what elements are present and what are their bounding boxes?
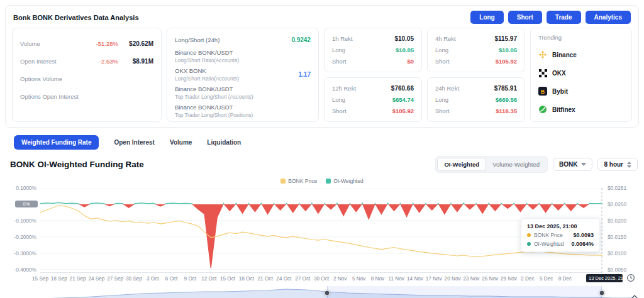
x-axis-label: 18 Oct: [239, 276, 254, 282]
rekt-short-value: $105.92: [496, 58, 517, 65]
tab-liquidation[interactable]: Liquidation: [207, 135, 241, 150]
y-axis-left-label: 0.1000%: [5, 185, 36, 191]
ratio-value: 1.17: [299, 71, 311, 78]
stat-row-options-volume: Options Volume: [20, 70, 153, 87]
y-axis-right-label: $0.0200: [604, 218, 639, 224]
short-button[interactable]: Short: [508, 11, 542, 24]
y-axis-right-label: $0.0050: [604, 267, 639, 273]
ratio-row: Binance BONK/USDT Top Trader Long/Short …: [175, 84, 311, 102]
long-button[interactable]: Long: [470, 11, 503, 24]
chevron-down-icon: [581, 163, 586, 166]
chevron-up-icon[interactable]: [631, 291, 638, 296]
chart-tooltip: 13 Dec 2025, 21:00 BONK Price $0.0093 OI…: [521, 218, 600, 252]
symbol-select-value: BONK: [559, 161, 577, 168]
trade-button[interactable]: Trade: [547, 11, 581, 24]
rekt-title: 24h Rekt: [435, 85, 459, 92]
navigator-selection[interactable]: [327, 286, 602, 298]
rekt-total: $760.66: [391, 85, 414, 92]
rekt-title: 12h Rekt: [332, 85, 356, 92]
x-axis-label: 26 Nov: [482, 276, 498, 282]
y-axis-left-label: -0.2000%: [5, 234, 36, 240]
tooltip-label: OI-Weighted: [534, 241, 564, 247]
page-title: Bonk BONK Derivatives Data Analysis: [13, 14, 139, 21]
chart-header: BONK OI-Weighted Funding Rate OI-Weighte…: [10, 156, 638, 173]
tab-volume[interactable]: Volume: [170, 135, 192, 150]
chart-plot[interactable]: [40, 188, 602, 273]
long-short-ratio-card: Long/Short (24h) 0.9242 Binance BONK/USD…: [167, 28, 319, 122]
stat-label: Options Open Interest: [20, 93, 79, 100]
rekt-short-label: Short: [332, 108, 347, 114]
x-axis-label: 8 Dec: [558, 276, 572, 282]
stat-label: Options Volume: [20, 75, 62, 82]
trending-item-bybit[interactable]: B Bybit: [538, 87, 624, 96]
rekt-long-label: Long: [435, 47, 448, 53]
y-axis-right-label: $0.0250: [604, 201, 639, 207]
symbol-select[interactable]: BONK: [553, 158, 592, 171]
legend-label: OI-Weighted: [333, 178, 364, 184]
stat-row-volume: Volume -51.28% $20.62M: [20, 35, 153, 52]
x-axis-label: 17 Nov: [426, 276, 442, 282]
legend-item-oi-weighted[interactable]: OI-Weighted: [326, 178, 364, 184]
legend-swatch-yellow: [280, 179, 286, 184]
axis-date-badge: 13 Dec 2025, 21:00: [586, 274, 623, 282]
y-axis-left-label: 0%: [15, 201, 38, 207]
price-dot-icon: [527, 233, 531, 237]
trending-item-bitfinex[interactable]: Bitfinex: [538, 105, 624, 114]
legend-swatch-teal: [326, 179, 331, 184]
ratio-row: Binance BONK/USDT Long/Short Ratio(Accou…: [175, 47, 311, 65]
binance-icon: [538, 50, 547, 59]
trending-item-binance[interactable]: Binance: [538, 50, 624, 59]
rekt-card-1h: 1h Rekt$10.05 Long$10.05 Short$0: [324, 28, 422, 72]
volume-weighted-option[interactable]: Volume-Weighted: [486, 158, 546, 171]
ratio-row: Binance BONK/USDT Top Trader Long/Short …: [175, 102, 311, 120]
y-axis-right-label: $0.0281: [604, 185, 639, 191]
tab-open-interest[interactable]: Open Interest: [114, 135, 154, 150]
stat-row-options-open-interest: Options Open Interest: [20, 87, 153, 105]
market-stats-card: Volume -51.28% $20.62M Open Interest -2.…: [12, 28, 162, 122]
trending-item-okx[interactable]: OKX: [538, 69, 624, 77]
rekt-long-value: $10.05: [396, 47, 414, 53]
y-axis-left-label: -0.4000%: [5, 267, 36, 273]
rekt-card-4h: 4h Rekt$115.97 Long$10.05 Short$105.92: [427, 28, 525, 72]
funding-rate-chart[interactable]: BONK Price OI-Weighted 13 Dec 2025, 21:0…: [5, 177, 639, 285]
stat-value: $8.91M: [118, 58, 153, 65]
y-axis-left-label: -0.3000%: [5, 250, 36, 257]
x-axis-label: 9 Oct: [184, 276, 197, 282]
tooltip-row-funding: OI-Weighted 0.0064%: [527, 241, 594, 247]
rekt-card-12h: 12h Rekt$760.66 Long$654.74 Short$105.92: [324, 77, 422, 122]
rekt-long-label: Long: [332, 47, 345, 53]
rekt-long-value: $669.56: [496, 96, 517, 103]
rekt-total: $785.91: [494, 85, 517, 92]
x-axis-label: 3 Oct: [147, 276, 159, 282]
history-icon[interactable]: [626, 273, 635, 282]
stat-change: -2.63%: [99, 58, 118, 65]
interval-select[interactable]: 8 hour: [597, 158, 638, 171]
legend-label: BONK Price: [288, 178, 317, 184]
navigator-handle-left[interactable]: [324, 290, 330, 296]
rekt-short-value: $0: [407, 58, 414, 65]
ratio-row: Long/Short (24h) 0.9242: [175, 33, 311, 47]
oi-weighted-option[interactable]: OI-Weighted: [437, 158, 486, 171]
stepper-icon: [627, 162, 631, 168]
x-axis-label: 24 Oct: [276, 276, 291, 282]
tab-weighted-funding-rate[interactable]: Weighted Funding Rate: [14, 135, 99, 150]
navigator-handle-right[interactable]: [599, 290, 605, 296]
stats-cards-row: Volume -51.28% $20.62M Open Interest -2.…: [6, 26, 638, 127]
rekt-cards-grid: 1h Rekt$10.05 Long$10.05 Short$0 4h Rekt…: [324, 28, 525, 122]
chart-navigator[interactable]: [40, 286, 634, 298]
interval-select-value: 8 hour: [604, 161, 623, 168]
analytics-button[interactable]: Analytics: [586, 11, 631, 24]
x-axis-label: 27 Oct: [295, 276, 310, 282]
rekt-short-value: $116.35: [496, 108, 517, 114]
legend-item-bonk-price[interactable]: BONK Price: [280, 178, 317, 184]
y-axis-right-label: $0.0150: [604, 234, 639, 240]
trending-item-label: Binance: [552, 52, 577, 58]
rekt-card-24h: 24h Rekt$785.91 Long$669.56 Short$116.35: [427, 77, 525, 122]
rekt-short-label: Short: [332, 58, 347, 65]
ratio-sublabel: Long/Short Ratio(Accounts): [175, 75, 239, 82]
ratio-label: OKX BONK: [175, 67, 239, 74]
derivatives-panel: Bonk BONK Derivatives Data Analysis Long…: [5, 5, 639, 128]
trending-item-label: Bybit: [552, 88, 568, 95]
x-axis-label: 6 Oct: [165, 276, 178, 282]
x-axis-label: 15 Oct: [220, 276, 235, 282]
